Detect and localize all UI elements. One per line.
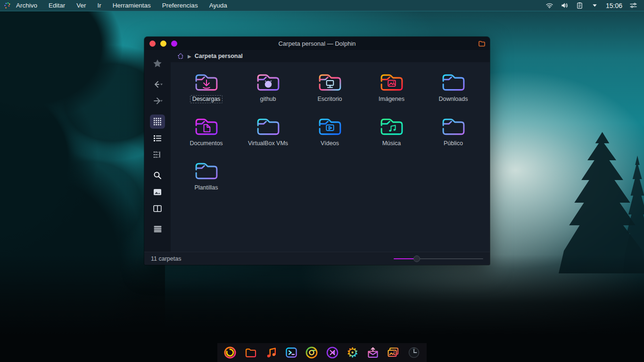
zoom-slider[interactable] bbox=[394, 255, 483, 262]
folder-item-downloads[interactable]: Downloads bbox=[422, 65, 484, 109]
preview-image-icon[interactable] bbox=[150, 185, 165, 199]
home-icon[interactable] bbox=[177, 52, 184, 60]
folder-icon bbox=[377, 69, 406, 95]
desktop: ArchivoEditarVerIrHerramientasPreferenci… bbox=[0, 0, 644, 362]
folder-icon bbox=[439, 113, 468, 139]
gallery-icon[interactable] bbox=[386, 345, 401, 360]
folder-item-descargas[interactable]: Descargas bbox=[175, 65, 237, 109]
slider-knob[interactable] bbox=[413, 255, 420, 262]
gear-glyph: ⚙ bbox=[347, 346, 359, 360]
side-toolbar bbox=[144, 50, 171, 252]
status-items-count: 11 carpetas bbox=[151, 255, 181, 262]
compact-view-button[interactable] bbox=[150, 148, 165, 162]
forward-button[interactable] bbox=[150, 94, 165, 108]
volume-icon[interactable] bbox=[561, 1, 569, 9]
code-editor-icon[interactable] bbox=[325, 345, 340, 360]
folder-item-música[interactable]: Música bbox=[361, 109, 422, 154]
terminal-icon[interactable] bbox=[284, 345, 299, 360]
clipboard-icon[interactable] bbox=[576, 1, 584, 9]
folder-label: Escritorio bbox=[315, 95, 344, 103]
app-menu-icon[interactable] bbox=[4, 2, 11, 9]
folder-item-virtualbox-vms[interactable]: VirtualBox VMs bbox=[237, 109, 299, 154]
favorites-star-icon[interactable] bbox=[150, 57, 165, 71]
folder-label: Downloads bbox=[437, 95, 471, 103]
mail-icon[interactable] bbox=[365, 345, 380, 360]
window-app-icon bbox=[478, 40, 486, 47]
folder-icon bbox=[377, 113, 406, 139]
search-icon[interactable] bbox=[150, 168, 165, 182]
folder-icon bbox=[192, 113, 221, 139]
menu-hamburger-icon[interactable] bbox=[150, 222, 165, 236]
folder-item-imágenes[interactable]: Imágenes bbox=[361, 65, 422, 109]
folder-label: Documentos bbox=[187, 140, 225, 148]
list-view-button[interactable] bbox=[150, 131, 165, 145]
split-view-icon[interactable] bbox=[150, 201, 165, 215]
folder-item-escritorio[interactable]: Escritorio bbox=[299, 65, 361, 109]
clock-widget-icon[interactable]: 12 bbox=[406, 345, 421, 360]
folder-label: Plantillas bbox=[192, 184, 220, 192]
folder-item-vídeos[interactable]: Vídeos bbox=[299, 109, 361, 154]
folder-item-documentos[interactable]: Documentos bbox=[175, 109, 237, 154]
icons-view-button[interactable] bbox=[150, 115, 165, 129]
location-toolbar: ▶ Carpeta personal bbox=[171, 50, 490, 62]
slider-fill bbox=[394, 258, 415, 259]
folder-label: Imágenes bbox=[376, 95, 407, 103]
dolphin-window: Carpeta personal — Dolphin ▶ Carpeta per… bbox=[144, 37, 490, 265]
titlebar[interactable]: Carpeta personal — Dolphin bbox=[144, 37, 490, 50]
window-title: Carpeta personal — Dolphin bbox=[144, 40, 490, 47]
folder-label: Música bbox=[380, 140, 404, 148]
menu-items: ArchivoEditarVerIrHerramientasPreferenci… bbox=[16, 2, 227, 9]
global-menubar: ArchivoEditarVerIrHerramientasPreferenci… bbox=[0, 0, 644, 11]
menu-item-ir[interactable]: Ir bbox=[98, 2, 101, 9]
menu-item-editar[interactable]: Editar bbox=[49, 2, 65, 9]
folder-item-github[interactable]: github bbox=[237, 65, 299, 109]
folder-icon bbox=[192, 157, 221, 183]
folder-item-plantillas[interactable]: Plantillas bbox=[175, 154, 237, 198]
settings-gear-icon[interactable]: ⚙ bbox=[345, 345, 360, 360]
menu-item-herramientas[interactable]: Herramientas bbox=[113, 2, 151, 9]
folder-item-público[interactable]: Público bbox=[422, 109, 484, 154]
folder-label: Vídeos bbox=[318, 140, 341, 148]
folder-icon bbox=[254, 113, 283, 139]
clock-text[interactable]: 15:06 bbox=[606, 2, 622, 9]
menu-item-ayuda[interactable]: Ayuda bbox=[209, 2, 227, 9]
dock-panel: ⚙ 12 bbox=[217, 343, 427, 362]
chromium-icon[interactable] bbox=[304, 345, 319, 360]
folder-icon bbox=[192, 69, 221, 95]
music-player-icon[interactable] bbox=[264, 345, 279, 360]
folder-label: Público bbox=[441, 140, 465, 148]
file-manager-icon[interactable] bbox=[243, 345, 258, 360]
folder-icon bbox=[315, 69, 345, 95]
folder-label: Descargas bbox=[190, 95, 223, 103]
firefox-icon[interactable] bbox=[223, 345, 238, 360]
statusbar: 11 carpetas bbox=[144, 252, 490, 265]
folder-label: github bbox=[257, 95, 278, 103]
breadcrumb-location[interactable]: Carpeta personal bbox=[195, 53, 243, 59]
folder-icon bbox=[254, 69, 283, 95]
menu-item-ver[interactable]: Ver bbox=[76, 2, 86, 9]
menu-item-archivo[interactable]: Archivo bbox=[16, 2, 37, 9]
breadcrumb-separator-icon: ▶ bbox=[188, 54, 191, 59]
breadcrumb[interactable]: ▶ Carpeta personal bbox=[177, 52, 243, 60]
tune-sliders-icon[interactable] bbox=[629, 1, 637, 9]
folder-grid: Descargas github Escritorio Imágenes bbox=[175, 65, 484, 198]
chevron-down-icon[interactable] bbox=[591, 1, 599, 9]
folder-icon bbox=[315, 113, 345, 139]
folder-view[interactable]: Descargas github Escritorio Imágenes bbox=[171, 62, 490, 252]
wifi-icon[interactable] bbox=[545, 1, 553, 9]
back-button[interactable] bbox=[150, 77, 165, 91]
folder-label: VirtualBox VMs bbox=[246, 140, 290, 148]
system-tray: 15:06 bbox=[545, 1, 644, 9]
menu-item-preferencias[interactable]: Preferencias bbox=[162, 2, 198, 9]
folder-icon bbox=[439, 69, 468, 95]
